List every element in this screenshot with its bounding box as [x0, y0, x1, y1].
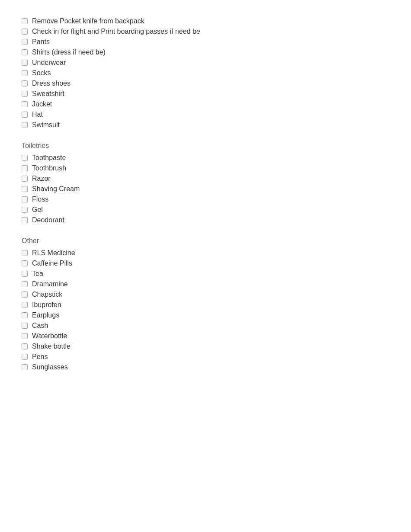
list-item[interactable]: RLS Medicine [22, 249, 389, 257]
list-item[interactable]: Pens [22, 353, 389, 361]
checkbox[interactable] [22, 196, 28, 202]
list-item[interactable]: Check in for flight and Print boarding p… [22, 28, 389, 35]
checkbox[interactable] [22, 176, 28, 182]
list-item[interactable]: Floss [22, 195, 389, 203]
checkbox[interactable] [22, 186, 28, 192]
list-item[interactable]: Chapstick [22, 291, 389, 298]
item-label[interactable]: Toothpaste [32, 154, 66, 162]
list-item[interactable]: Earplugs [22, 311, 389, 319]
item-label[interactable]: Caffeine Pills [32, 260, 72, 267]
item-label[interactable]: RLS Medicine [32, 249, 75, 257]
list-item[interactable]: Caffeine Pills [22, 260, 389, 267]
item-label[interactable]: Shaving Cream [32, 185, 80, 193]
item-label[interactable]: Shirts (dress if need be) [32, 48, 106, 56]
checkbox[interactable] [22, 70, 28, 76]
checkbox[interactable] [22, 80, 28, 87]
list-item[interactable]: Underwear [22, 59, 389, 67]
list-item[interactable]: Gel [22, 206, 389, 214]
section-header-other: Other [22, 237, 389, 245]
item-label[interactable]: Dress shoes [32, 80, 71, 87]
checkbox[interactable] [22, 250, 28, 256]
item-label[interactable]: Earplugs [32, 311, 59, 319]
list-item[interactable]: Toothbrush [22, 164, 389, 172]
item-label[interactable]: Dramamine [32, 280, 68, 288]
list-item[interactable]: Deodorant [22, 216, 389, 224]
section-header-toiletries: Toiletries [22, 142, 389, 150]
list-item[interactable]: Toothpaste [22, 154, 389, 162]
item-label[interactable]: Check in for flight and Print boarding p… [32, 28, 200, 35]
checkbox[interactable] [22, 18, 28, 24]
checkbox[interactable] [22, 112, 28, 118]
item-label[interactable]: Cash [32, 322, 48, 330]
list-item[interactable]: Dress shoes [22, 80, 389, 87]
item-label[interactable]: Floss [32, 195, 48, 203]
item-label[interactable]: Chapstick [32, 291, 62, 298]
checkbox[interactable] [22, 155, 28, 161]
checkbox[interactable] [22, 333, 28, 339]
checkbox[interactable] [22, 292, 28, 298]
checkbox[interactable] [22, 343, 28, 349]
item-label[interactable]: Razor [32, 175, 51, 183]
item-label[interactable]: Sunglasses [32, 363, 68, 371]
list-item[interactable]: Ibuprofen [22, 301, 389, 309]
list-item[interactable]: Shaving Cream [22, 185, 389, 193]
page-container: Remove Pocket knife from backpackCheck i… [22, 17, 389, 371]
checkbox[interactable] [22, 39, 28, 45]
item-label[interactable]: Socks [32, 69, 51, 77]
item-label[interactable]: Ibuprofen [32, 301, 61, 309]
item-label[interactable]: Pens [32, 353, 48, 361]
item-label[interactable]: Remove Pocket knife from backpack [32, 17, 144, 25]
section-packing: Remove Pocket knife from backpackCheck i… [22, 17, 389, 129]
list-item[interactable]: Sweatshirt [22, 90, 389, 98]
checkbox[interactable] [22, 122, 28, 128]
list-item[interactable]: Waterbottle [22, 332, 389, 340]
section-toiletries: ToiletriesToothpasteToothbrushRazorShavi… [22, 142, 389, 224]
item-label[interactable]: Underwear [32, 59, 66, 67]
checkbox[interactable] [22, 49, 28, 55]
list-item[interactable]: Socks [22, 69, 389, 77]
list-item[interactable]: Pants [22, 38, 389, 46]
list-item[interactable]: Sunglasses [22, 363, 389, 371]
checkbox[interactable] [22, 207, 28, 213]
list-item[interactable]: Hat [22, 111, 389, 119]
list-item[interactable]: Swimsuit [22, 121, 389, 129]
checkbox[interactable] [22, 281, 28, 287]
item-label[interactable]: Gel [32, 206, 43, 214]
checkbox[interactable] [22, 302, 28, 308]
checkbox[interactable] [22, 91, 28, 97]
item-label[interactable]: Toothbrush [32, 164, 66, 172]
item-label[interactable]: Tea [32, 270, 43, 278]
list-item[interactable]: Jacket [22, 100, 389, 108]
list-item[interactable]: Razor [22, 175, 389, 183]
section-other: OtherRLS MedicineCaffeine PillsTeaDramam… [22, 237, 389, 371]
item-label[interactable]: Hat [32, 111, 43, 119]
list-item[interactable]: Shake bottle [22, 343, 389, 350]
checkbox[interactable] [22, 217, 28, 223]
item-label[interactable]: Shake bottle [32, 343, 71, 350]
checkbox[interactable] [22, 29, 28, 35]
item-label[interactable]: Swimsuit [32, 121, 60, 129]
item-label[interactable]: Pants [32, 38, 50, 46]
checkbox[interactable] [22, 60, 28, 66]
checkbox[interactable] [22, 271, 28, 277]
list-item[interactable]: Dramamine [22, 280, 389, 288]
item-label[interactable]: Waterbottle [32, 332, 67, 340]
checkbox[interactable] [22, 312, 28, 318]
checkbox[interactable] [22, 101, 28, 107]
checkbox[interactable] [22, 165, 28, 171]
checkbox[interactable] [22, 323, 28, 329]
checkbox[interactable] [22, 260, 28, 266]
list-item[interactable]: Remove Pocket knife from backpack [22, 17, 389, 25]
checkbox[interactable] [22, 364, 28, 370]
list-item[interactable]: Tea [22, 270, 389, 278]
item-label[interactable]: Sweatshirt [32, 90, 64, 98]
checkbox[interactable] [22, 354, 28, 360]
item-label[interactable]: Jacket [32, 100, 52, 108]
item-label[interactable]: Deodorant [32, 216, 64, 224]
list-item[interactable]: Shirts (dress if need be) [22, 48, 389, 56]
list-item[interactable]: Cash [22, 322, 389, 330]
